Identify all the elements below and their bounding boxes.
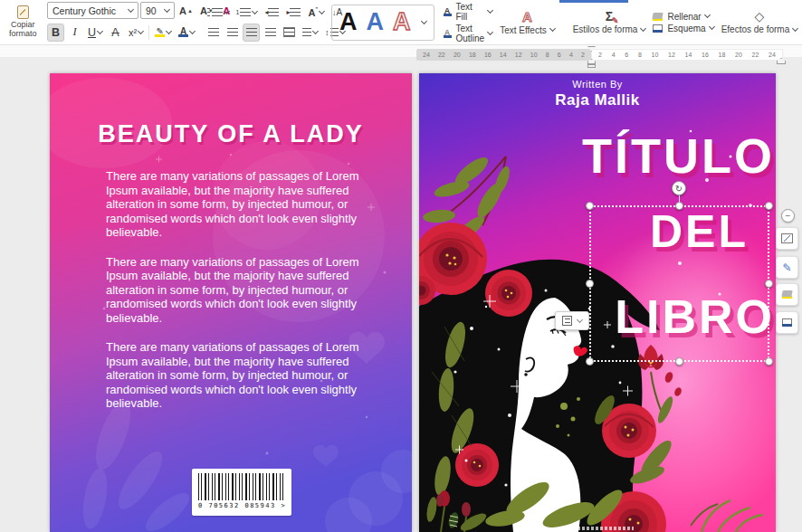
chevron-down-icon <box>487 6 493 13</box>
back-cover-paragraph: There are many variations of passages of… <box>106 255 376 326</box>
grow-font-button[interactable]: A▲ <box>177 2 196 20</box>
selection-handle[interactable] <box>675 357 683 366</box>
format-painter-label: Copiar formato <box>9 21 37 39</box>
text-effects-button[interactable]: A Text Effects <box>496 9 559 36</box>
edit-document-icon <box>781 233 793 243</box>
text-box-selection[interactable] <box>589 205 769 362</box>
front-cover-page[interactable]: Written By Raja Mallik TÍTULO DEL LIBRO … <box>419 73 776 532</box>
selection-handle[interactable] <box>586 202 594 210</box>
outline-color-button[interactable] <box>776 311 798 334</box>
chevron-down-icon <box>223 7 229 14</box>
chevron-down-icon <box>709 24 715 30</box>
bullet-list-icon <box>207 8 210 16</box>
gallery-more-icon[interactable] <box>420 17 426 24</box>
align-left-button[interactable] <box>205 24 222 42</box>
layout-options-icon <box>562 316 572 326</box>
brush-icon: ✎ <box>782 262 791 273</box>
shape-effects-button[interactable]: ◇ Efectos de forma <box>718 9 802 35</box>
format-painter-icon <box>17 5 29 19</box>
word-app-window: Copiar formato Century Gothic 90 A▲ A▼ A… <box>0 0 802 532</box>
align-center-button[interactable] <box>224 24 241 42</box>
front-title-line1[interactable]: TÍTULO <box>419 131 776 180</box>
shape-effects-icon: ◇ <box>755 10 765 23</box>
ruler-left-section: 24222018161412108642 <box>416 49 591 61</box>
left-indent-marker[interactable] <box>587 64 596 68</box>
font-color-button[interactable]: A <box>176 24 197 42</box>
chevron-down-icon <box>704 12 711 18</box>
draw-tool-button[interactable]: ✎ <box>776 256 798 279</box>
align-left-icon <box>208 28 219 36</box>
written-by-label[interactable]: Written By <box>419 79 776 90</box>
chevron-down-icon <box>487 28 493 34</box>
justify-button[interactable] <box>262 24 279 42</box>
chevron-down-icon <box>252 7 258 14</box>
back-cover-page[interactable]: BEAUTY OF A LADY There are many variatio… <box>50 73 412 532</box>
numbered-list-icon: 1 <box>236 9 240 15</box>
align-right-button[interactable] <box>243 24 260 42</box>
collapse-button[interactable]: − <box>781 209 795 223</box>
chevron-down-icon <box>312 27 319 33</box>
fill-bucket-icon <box>781 290 792 297</box>
decrease-indent-button[interactable]: ◂ <box>262 4 282 22</box>
editing-pane-button[interactable] <box>776 227 798 250</box>
superscript-button[interactable]: x² <box>126 24 146 42</box>
horizontal-ruler[interactable]: 24222018161412108642 2468101214161820222… <box>416 47 791 69</box>
rotation-handle[interactable]: ↻ <box>672 181 686 195</box>
back-cover-paragraph: There are many variations of passages of… <box>106 169 376 240</box>
wordart-style-gallery[interactable]: A A A <box>331 5 434 41</box>
phonetic-guide-button[interactable]: A” <box>305 4 327 22</box>
text-outline-button[interactable]: A Text Outline <box>444 24 493 43</box>
ruler-right-section: 24681012141618202224 <box>591 49 783 61</box>
italic-button[interactable]: I <box>66 24 83 42</box>
bold-button[interactable]: B <box>47 24 64 42</box>
font-color-bar <box>178 34 188 37</box>
back-cover-title[interactable]: BEAUTY OF A LADY <box>50 120 412 148</box>
active-tab-indicator <box>559 0 628 3</box>
font-name-value: Century Gothic <box>53 5 116 16</box>
font-name-combo[interactable]: Century Gothic <box>47 2 138 19</box>
barcode-number: 0 705632 085943 > <box>198 502 285 509</box>
increase-indent-button[interactable]: ▸ <box>283 4 303 22</box>
chevron-down-icon <box>138 27 144 33</box>
strikethrough-button[interactable]: A <box>107 24 124 42</box>
numbered-list-button[interactable]: 1 <box>234 4 261 22</box>
selection-handle[interactable] <box>765 280 773 288</box>
wordart-style-red-outline[interactable]: A <box>393 10 411 34</box>
underline-button[interactable]: U <box>85 24 105 42</box>
author-name[interactable]: Raja Mallik <box>419 91 776 109</box>
bullet-list-button[interactable] <box>205 4 232 22</box>
text-highlight-button[interactable]: ✎ <box>152 24 174 42</box>
text-effects-icon: A <box>522 10 532 24</box>
small-print-text <box>568 527 634 530</box>
selection-handle[interactable] <box>765 357 773 366</box>
layout-options-button[interactable] <box>555 311 589 330</box>
selection-handle[interactable] <box>586 280 594 288</box>
chevron-down-icon <box>549 25 556 32</box>
back-cover-paragraph: There are many variations of passages of… <box>106 340 376 411</box>
shape-fill-button[interactable]: Rellenar <box>653 12 709 22</box>
ribbon-toolbar: Copiar formato Century Gothic 90 A▲ A▼ A… <box>0 0 802 45</box>
text-fill-button[interactable]: A Text Fill <box>444 2 493 22</box>
chevron-down-icon <box>319 7 325 14</box>
align-center-icon <box>227 28 238 36</box>
shape-outline-button[interactable]: Esquema <box>653 24 713 33</box>
selection-handle[interactable] <box>586 357 594 366</box>
chevron-down-icon <box>792 24 798 31</box>
fill-color-button[interactable] <box>776 283 798 306</box>
fill-bucket-icon <box>653 13 664 19</box>
format-painter-button[interactable]: Copiar formato <box>5 5 41 40</box>
font-size-combo[interactable]: 90 <box>140 2 175 19</box>
barcode-bars <box>198 473 285 500</box>
distribute-text-button[interactable] <box>281 24 298 42</box>
wordart-style-blue[interactable]: A <box>367 10 385 34</box>
shape-styles-button[interactable]: Σ✎ Estilos de forma <box>569 9 650 35</box>
chevron-down-icon <box>166 27 172 33</box>
grow-font-icon: ▲ <box>187 8 193 14</box>
chevron-down-icon <box>128 5 134 12</box>
back-cover-text-box[interactable]: There are many variations of passages of… <box>106 169 376 426</box>
selection-handle[interactable] <box>675 202 683 210</box>
justify-icon <box>265 28 276 36</box>
selection-handle[interactable] <box>765 202 773 210</box>
character-spacing-button[interactable] <box>300 24 320 42</box>
chevron-down-icon <box>97 27 103 33</box>
